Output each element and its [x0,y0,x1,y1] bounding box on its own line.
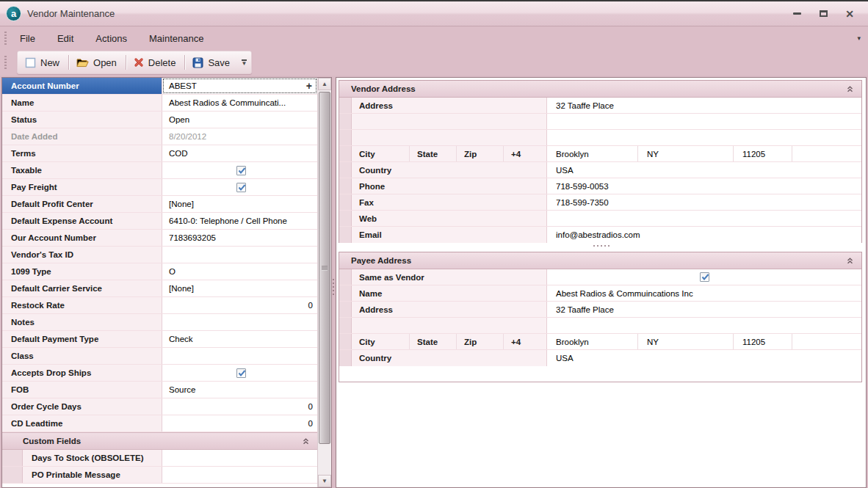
menu-bar: File Edit Actions Maintenance ▾ [0,27,868,49]
field-value[interactable] [162,348,317,364]
field-value[interactable] [547,318,861,333]
menu-actions[interactable]: Actions [87,30,136,47]
grid-row[interactable]: 1099 TypeO [2,263,317,280]
scroll-down-button[interactable]: ▼ [318,475,331,487]
field-value[interactable]: ABEST+ [162,78,317,94]
field-value[interactable]: 32 Taaffe Place [547,302,861,317]
grid-row[interactable]: StatusOpen [2,112,317,128]
field-value[interactable]: O [162,263,317,280]
grid-row[interactable]: Accepts Drop Ships [2,365,317,382]
field-value[interactable]: USA [547,162,861,178]
city-value[interactable]: Brooklyn [547,146,638,161]
city-value[interactable]: Brooklyn [547,334,638,349]
close-button[interactable]: ✕ [842,7,858,21]
checkbox[interactable] [236,183,246,192]
grid-row[interactable]: Class [2,348,317,365]
field-value[interactable] [162,179,317,195]
grid-row[interactable]: TermsCOD [2,145,317,162]
collapse-chevron-icon[interactable] [302,437,310,445]
row-gutter [2,467,23,483]
field-value[interactable]: Check [162,331,317,347]
menu-overflow-icon[interactable]: ▾ [857,34,861,42]
scrollbar-thumb[interactable] [319,92,330,444]
grid-row[interactable]: Default Carrier Service[None] [2,280,317,297]
field-value[interactable] [162,450,317,466]
field-value[interactable] [162,162,317,178]
plus4-value[interactable] [792,146,861,161]
field-value[interactable]: [None] [162,280,317,296]
grid-row[interactable]: Pay Freight [2,179,317,196]
field-value[interactable]: 0 [162,297,317,313]
toolbar-grip-handle[interactable] [4,56,7,69]
zip-label: Zip [457,334,504,349]
add-button[interactable]: + [306,80,312,92]
field-value[interactable] [547,130,861,145]
field-value[interactable]: 32 Taaffe Place [547,98,861,113]
field-value[interactable] [547,114,861,129]
field-value[interactable] [162,365,317,381]
grid-row[interactable]: Order Cycle Days0 [2,398,317,415]
grid-row[interactable]: Default Profit Center[None] [2,196,317,213]
grid-row[interactable]: FOBSource [2,382,317,398]
field-value[interactable] [162,467,317,483]
checkbox[interactable] [236,368,246,378]
address-panel: Vendor Address Address 32 Taaffe Place [336,77,867,488]
toolbar-options-button[interactable]: ▼ [239,53,250,72]
field-value[interactable] [162,247,317,263]
field-value[interactable]: 718-599-7350 [547,194,861,210]
menu-file[interactable]: File [11,30,44,47]
vertical-scrollbar[interactable]: ▲ ▼ [317,78,331,487]
field-value[interactable] [547,211,861,226]
grid-row[interactable]: Taxable [2,162,317,179]
field-value[interactable] [162,314,317,330]
new-button[interactable]: New [19,54,67,71]
row-gutter [2,450,23,466]
field-value[interactable]: Abest Radios & Commuincati... [162,95,317,111]
checkbox[interactable] [236,166,246,175]
field-value[interactable]: info@abestradios.com [547,227,861,243]
grid-row[interactable]: NameAbest Radios & Commuincati... [2,95,317,112]
field-value[interactable]: 6410-0: Telephone / Cell Phone [162,213,317,229]
scroll-up-button[interactable]: ▲ [318,78,331,90]
field-value[interactable]: [None] [162,196,317,212]
state-value[interactable]: NY [638,146,734,161]
grid-row[interactable]: CD Leadtime0 [2,415,317,432]
grid-row[interactable]: Vendor's Tax ID [2,247,317,263]
field-value[interactable]: COD [162,145,317,161]
field-value[interactable]: 8/20/2012 [162,128,317,145]
same-as-vendor-checkbox[interactable] [700,272,709,282]
collapse-chevron-icon[interactable] [846,85,854,93]
grid-row[interactable]: Our Account Number7183693205 [2,230,317,247]
grid-row[interactable]: Notes [2,314,317,331]
minimize-button[interactable] [789,7,805,21]
grid-row[interactable]: Default Payment TypeCheck [2,331,317,348]
field-value[interactable]: Source [162,382,317,398]
field-value[interactable]: 0 [162,398,317,415]
field-value[interactable]: Abest Radios & Commuincations Inc [547,285,861,301]
menu-edit[interactable]: Edit [48,30,82,47]
zip-value[interactable]: 11205 [734,146,792,161]
field-label: Vendor's Tax ID [2,247,162,263]
maximize-button[interactable] [815,7,831,21]
field-value[interactable]: 0 [162,415,317,431]
grid-row[interactable]: Default Expense Account6410-0: Telephone… [2,213,317,230]
field-value[interactable]: 7183693205 [162,230,317,246]
field-value[interactable]: Open [162,112,317,128]
group-splitter-horizontal[interactable] [593,245,610,247]
state-value[interactable]: NY [638,334,734,349]
save-button[interactable]: Save [187,54,237,71]
open-button[interactable]: Open [70,54,124,71]
menu-maintenance[interactable]: Maintenance [140,30,212,47]
field-value[interactable]: 718-599-0053 [547,178,861,194]
menu-grip-handle[interactable] [4,32,7,45]
grid-row[interactable]: Date Added8/20/2012 [2,128,317,145]
grid-row[interactable]: Account NumberABEST+ [2,78,317,95]
plus4-value[interactable] [792,334,861,349]
field-value[interactable]: USA [547,350,861,366]
zip-value[interactable]: 11205 [734,334,792,349]
grid-row[interactable]: Restock Rate0 [2,297,317,314]
grid-row[interactable]: PO Printable Message [2,467,317,484]
delete-button[interactable]: Delete [128,54,184,71]
collapse-chevron-icon[interactable] [846,257,854,265]
grid-row[interactable]: Days To Stock (OBSOLETE) [2,450,317,467]
